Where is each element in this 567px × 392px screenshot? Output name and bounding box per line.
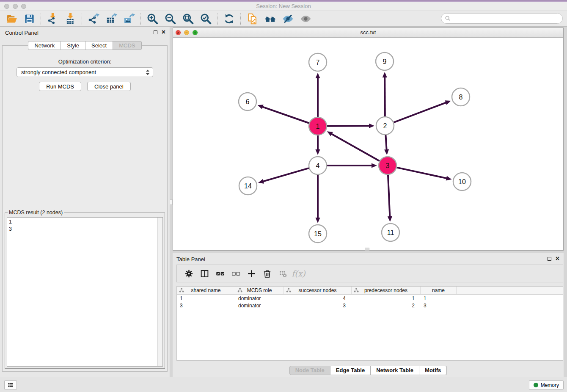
- cell-shared-name[interactable]: 1: [177, 295, 235, 301]
- mcds-result-fieldset: MCDS result (2 nodes) 1 3: [5, 210, 165, 369]
- panel-divider-grip[interactable]: [170, 199, 173, 205]
- home-button[interactable]: [261, 12, 279, 26]
- zoom-out-button[interactable]: [161, 12, 179, 26]
- cell-predecessor-nodes[interactable]: 2: [352, 303, 421, 309]
- import-table-button[interactable]: [61, 12, 79, 26]
- node-9[interactable]: 9: [376, 52, 394, 70]
- export-network-button[interactable]: [85, 12, 102, 26]
- network-minimize-button[interactable]: −: [184, 30, 189, 35]
- criterion-select[interactable]: strongly connected component: [17, 67, 153, 77]
- node-4[interactable]: 4: [309, 157, 327, 174]
- tab-network-table[interactable]: Network Table: [371, 366, 419, 375]
- import-network-button[interactable]: [44, 12, 61, 26]
- edge-4-3[interactable]: [327, 163, 377, 168]
- memory-button[interactable]: Memory: [529, 380, 564, 390]
- node-10[interactable]: 10: [453, 173, 471, 190]
- edge-2-9[interactable]: [383, 72, 387, 116]
- refresh-button[interactable]: [220, 12, 238, 26]
- table-row[interactable]: 1dominator411: [177, 295, 563, 302]
- copy-network-button[interactable]: [243, 12, 261, 26]
- zoom-selected-button[interactable]: [197, 12, 215, 26]
- cell-name[interactable]: 1: [421, 295, 457, 301]
- node-6[interactable]: 6: [239, 93, 256, 110]
- close-table-panel-icon[interactable]: ×: [556, 257, 559, 261]
- close-panel-icon[interactable]: ×: [162, 30, 165, 34]
- float-table-panel-icon[interactable]: [548, 257, 551, 261]
- delete-column-button[interactable]: [259, 267, 275, 280]
- cell-predecessor-nodes[interactable]: 1: [352, 295, 421, 301]
- node-11[interactable]: 11: [382, 224, 399, 241]
- column-header-shared-name[interactable]: shared name: [177, 287, 235, 294]
- export-image-button[interactable]: [120, 12, 138, 26]
- network-zoom-button[interactable]: +: [193, 30, 198, 35]
- tab-network[interactable]: Network: [28, 41, 61, 50]
- delete-table-button: [275, 267, 291, 280]
- search-input[interactable]: [453, 15, 562, 22]
- close-panel-button[interactable]: Close panel: [87, 82, 131, 91]
- tab-node-table[interactable]: Node Table: [289, 366, 330, 375]
- column-header-successor-nodes[interactable]: successor nodes: [284, 287, 352, 294]
- tab-select[interactable]: Select: [85, 41, 113, 50]
- column-header-filler: [457, 287, 563, 294]
- close-window-button[interactable]: [4, 4, 9, 9]
- cell-mcds-role[interactable]: dominator: [235, 295, 284, 301]
- edge-1-4[interactable]: [315, 135, 320, 155]
- tab-edge-table[interactable]: Edge Table: [330, 366, 371, 375]
- node-8[interactable]: 8: [452, 88, 470, 106]
- cell-name[interactable]: 3: [421, 303, 457, 309]
- select-all-button[interactable]: [212, 267, 228, 280]
- cell-successor-nodes[interactable]: 3: [284, 303, 352, 309]
- edge-1-6[interactable]: [258, 105, 309, 123]
- network-resize-grip[interactable]: [365, 248, 369, 251]
- node-2[interactable]: 2: [376, 117, 394, 135]
- column-header-label: name: [432, 287, 445, 293]
- edge-4-15[interactable]: [315, 175, 320, 223]
- edge-1-2[interactable]: [327, 124, 374, 128]
- node-3[interactable]: 3: [379, 157, 396, 174]
- minimize-window-button[interactable]: [13, 4, 18, 9]
- column-layout-button[interactable]: [197, 267, 212, 280]
- cell-successor-nodes[interactable]: 4: [284, 295, 352, 301]
- node-15[interactable]: 15: [309, 225, 327, 243]
- node-14[interactable]: 14: [239, 177, 257, 195]
- cell-shared-name[interactable]: 3: [177, 303, 235, 309]
- float-panel-icon[interactable]: [154, 30, 157, 34]
- node-1[interactable]: 1: [309, 117, 327, 135]
- zoom-window-button[interactable]: [21, 4, 26, 9]
- network-close-button[interactable]: ×: [176, 30, 181, 35]
- export-table-button[interactable]: [102, 12, 120, 26]
- run-mcds-button[interactable]: Run MCDS: [39, 82, 81, 91]
- search-box[interactable]: [441, 13, 563, 24]
- task-history-button[interactable]: [4, 380, 17, 390]
- zoom-in-button[interactable]: [143, 12, 161, 26]
- network-window-titlebar[interactable]: × − + scc.txt: [173, 28, 563, 38]
- save-session-button[interactable]: [20, 12, 38, 26]
- deselect-all-button[interactable]: [228, 267, 244, 280]
- add-column-button[interactable]: [244, 267, 259, 280]
- table-row[interactable]: 3dominator323: [177, 302, 563, 309]
- show-all-button[interactable]: [297, 12, 314, 26]
- cell-mcds-role[interactable]: dominator: [235, 303, 284, 309]
- edge-2-3[interactable]: [384, 135, 389, 155]
- column-header-predecessor-nodes[interactable]: predecessor nodes: [352, 287, 421, 294]
- column-header-name[interactable]: name: [421, 287, 457, 294]
- settings-gear-button[interactable]: [181, 267, 197, 280]
- mcds-result-text[interactable]: 1 3: [7, 217, 163, 367]
- open-session-button[interactable]: [3, 12, 20, 26]
- column-header-mcds-role[interactable]: MCDS role: [235, 287, 284, 294]
- result-scrollbar[interactable]: [157, 218, 162, 366]
- node-7[interactable]: 7: [309, 53, 327, 71]
- hide-selected-button[interactable]: [279, 12, 297, 26]
- zoom-fit-button[interactable]: [179, 12, 197, 26]
- network-graph[interactable]: 7968124314101511: [173, 38, 563, 250]
- network-canvas[interactable]: 7968124314101511: [173, 38, 563, 250]
- tab-mcds[interactable]: MCDS: [113, 41, 141, 50]
- edge-4-14[interactable]: [258, 168, 309, 184]
- edge-3-11[interactable]: [388, 175, 392, 222]
- edge-1-7[interactable]: [315, 73, 320, 117]
- edge-3-1[interactable]: [327, 131, 380, 161]
- tab-style[interactable]: Style: [61, 41, 85, 50]
- edge-3-10[interactable]: [397, 168, 452, 181]
- tab-motifs[interactable]: Motifs: [419, 366, 447, 375]
- edge-2-8[interactable]: [394, 100, 451, 122]
